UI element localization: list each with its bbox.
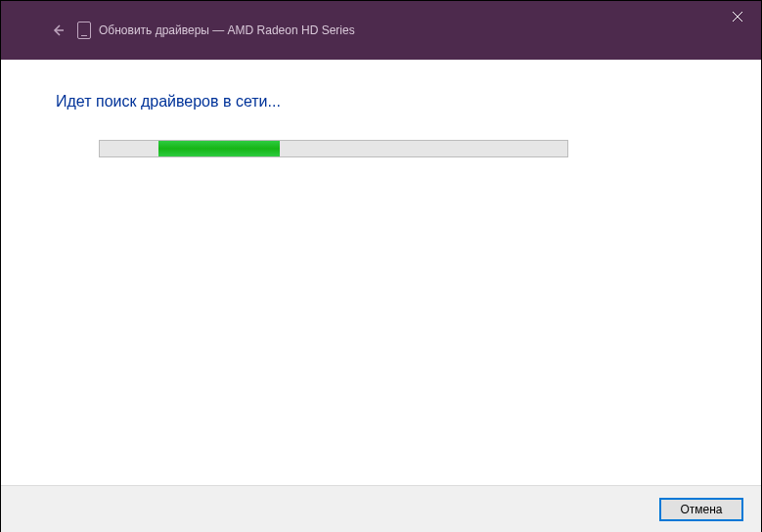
content-area: Идет поиск драйверов в сети... <box>1 60 761 484</box>
window-title: Обновить драйверы — AMD Radeon HD Series <box>99 23 355 37</box>
footer: Отмена <box>1 485 761 532</box>
close-button[interactable] <box>714 1 761 32</box>
back-button[interactable] <box>42 15 73 46</box>
close-icon <box>732 11 743 22</box>
back-arrow-icon <box>50 22 66 38</box>
progress-bar <box>99 140 568 157</box>
status-heading: Идет поиск драйверов в сети... <box>56 93 706 111</box>
titlebar: Обновить драйверы — AMD Radeon HD Series <box>1 1 761 60</box>
progress-fill <box>158 141 280 156</box>
device-icon <box>77 22 91 39</box>
cancel-button[interactable]: Отмена <box>659 498 743 521</box>
